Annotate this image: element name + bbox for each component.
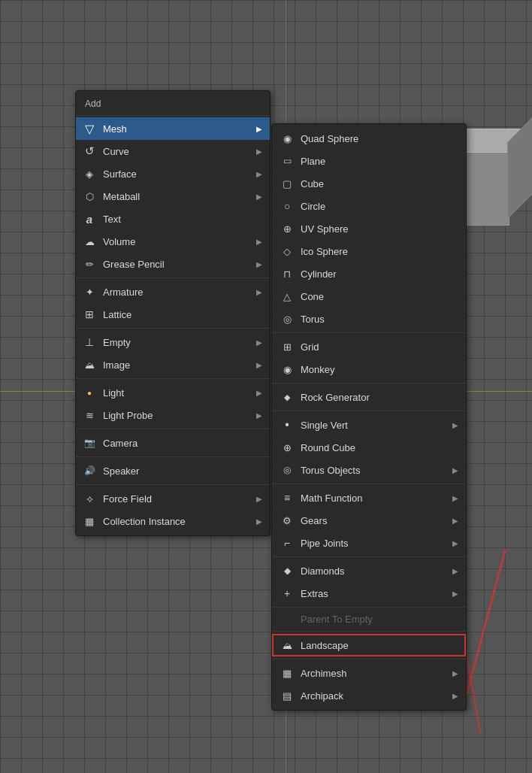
menu-item-torus-objects[interactable]: Torus Objects▶ [272,459,466,481]
sidebar-item-light[interactable]: Light▶ [76,381,270,404]
menu-item-label: Plane [301,156,458,167]
mesh-submenu: Quad SpherePlaneCubeCircleUV SphereIco S… [271,123,467,711]
icosphere-icon [280,244,295,259]
menu-item-label: Cone [301,291,458,302]
menu-item-landscape[interactable]: Landscape [272,634,466,656]
menu-item-math-function[interactable]: Math Function▶ [272,487,466,509]
menu-wrapper: Add Mesh▶Curve▶Surface▶Metaball▶TextVolu… [75,90,467,711]
sidebar-item-image[interactable]: Image▶ [76,353,270,376]
archimesh-icon [280,665,295,681]
menu-item-label: Circle [301,201,458,212]
menu-separator [272,631,466,632]
menu-item-round-cube[interactable]: Round Cube [272,436,466,459]
menu-item-label: Light [103,387,250,399]
menu-separator [76,277,270,278]
menu-item-label: Lattice [103,309,262,320]
menu-item-ico-sphere[interactable]: Ico Sphere [272,240,466,262]
menu-item-torus[interactable]: Torus [272,308,466,330]
cylinder-icon [280,266,295,281]
menu-item-label: Surface [103,168,250,180]
sidebar-item-armature[interactable]: Armature▶ [76,280,270,303]
menu-item-parent-to-empty: Parent To Empty [272,610,466,629]
roundcube-icon [280,440,295,455]
submenu-arrow-icon: ▶ [256,288,262,296]
volume-icon [82,234,97,249]
torus-icon [280,311,295,326]
collection-icon [82,514,97,529]
menu-item-label: Archipack [301,690,446,702]
menu-item-quad-sphere[interactable]: Quad Sphere [272,127,466,150]
menu-item-label: Grease Pencil [103,259,250,270]
menu-item-monkey[interactable]: Monkey [272,358,466,380]
archipack-icon [280,688,295,703]
menu-item-cone[interactable]: Cone [272,285,466,308]
menu-item-rock-generator[interactable]: Rock Generator [272,386,466,408]
image-icon [82,357,97,372]
submenu-arrow-icon: ▶ [452,669,458,678]
menu-item-single-vert[interactable]: Single Vert▶ [272,414,466,436]
menu-item-label: Monkey [301,364,458,375]
menu-item-diamonds[interactable]: Diamonds▶ [272,559,466,582]
lattice-icon [82,307,97,322]
submenu-arrow-icon: ▶ [452,517,458,525]
sidebar-item-light-probe[interactable]: Light Probe▶ [76,404,270,426]
sidebar-item-lattice[interactable]: Lattice [76,303,270,326]
menu-item-archimesh[interactable]: Archimesh▶ [272,662,466,684]
sidebar-item-collection-instance[interactable]: Collection Instance▶ [76,510,270,532]
rock-icon [280,390,295,405]
empty-icon [82,335,97,350]
menu-item-pipe-joints[interactable]: Pipe Joints▶ [272,532,466,554]
menu-item-label: Metaball [103,191,250,202]
menu-separator [76,484,270,485]
menu-item-cube[interactable]: Cube [272,172,466,195]
mathfunc-icon [280,490,295,505]
curve-icon [82,144,97,159]
menu-item-label: Force Field [103,493,250,505]
menu-item-plane[interactable]: Plane [272,150,466,172]
submenu-arrow-icon: ▶ [256,125,262,133]
cone-icon [280,289,295,304]
menu-item-circle[interactable]: Circle [272,195,466,217]
menu-item-label: Grid [301,341,458,353]
landscape-icon [280,638,295,653]
submenu-arrow-icon: ▶ [256,170,262,178]
text-icon [82,211,97,226]
sidebar-item-grease-pencil[interactable]: Grease Pencil▶ [76,253,270,275]
menu-item-grid[interactable]: Grid [272,335,466,358]
submenu-arrow-icon: ▶ [256,260,262,268]
sidebar-item-camera[interactable]: Camera [76,432,270,454]
gears-icon [280,513,295,528]
sidebar-item-curve[interactable]: Curve▶ [76,140,270,162]
menu-item-gears[interactable]: Gears▶ [272,509,466,532]
sidebar-item-force-field[interactable]: Force Field▶ [76,487,270,510]
sidebar-item-metaball[interactable]: Metaball▶ [76,185,270,208]
camera-icon [82,435,97,450]
sidebar-item-empty[interactable]: Empty▶ [76,331,270,353]
uvsphere-icon [280,221,295,236]
menu-separator [272,556,466,557]
submenu-arrow-icon: ▶ [452,421,458,429]
lightprobe-icon [82,408,97,423]
sidebar-item-speaker[interactable]: Speaker [76,459,270,482]
extras-icon [280,586,295,601]
menu-item-archipack[interactable]: Archipack▶ [272,684,466,707]
menu-item-extras[interactable]: Extras▶ [272,582,466,605]
menu-item-label: Landscape [301,640,458,651]
sidebar-item-text[interactable]: Text [76,208,270,230]
menu-item-cylinder[interactable]: Cylinder [272,262,466,285]
sidebar-item-surface[interactable]: Surface▶ [76,162,270,185]
menu-separator [76,328,270,329]
torusobjects-icon [280,462,295,477]
submenu-arrow-icon: ▶ [452,539,458,547]
sidebar-item-mesh[interactable]: Mesh▶ [76,117,270,140]
menu-item-label: Rock Generator [301,392,458,403]
menu-item-label: Pipe Joints [301,538,446,549]
menu-item-uv-sphere[interactable]: UV Sphere [272,217,466,240]
menu-item-label: UV Sphere [301,223,458,235]
menu-separator [76,378,270,379]
menu-item-label: Quad Sphere [301,133,458,144]
sidebar-item-volume[interactable]: Volume▶ [76,230,270,253]
diamonds-icon [280,563,295,578]
menu-item-label: Armature [103,286,250,298]
menu-item-label: Collection Instance [103,516,250,527]
